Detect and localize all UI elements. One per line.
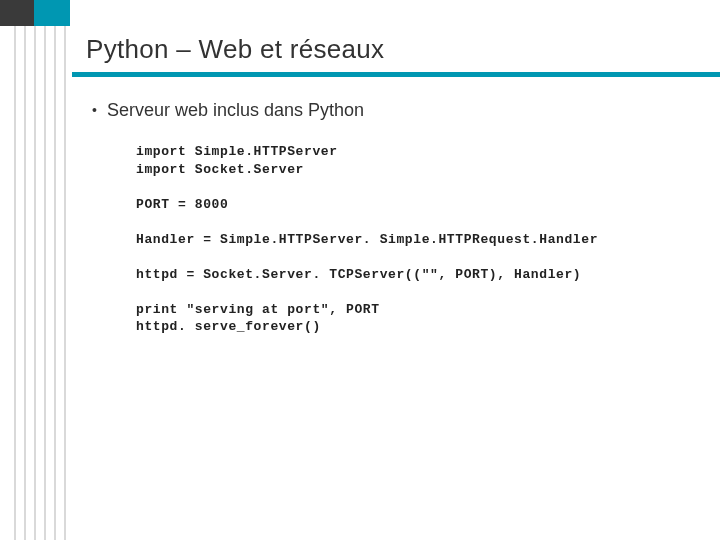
code-line: Handler = Simple.HTTPServer. Simple.HTTP… bbox=[136, 232, 598, 247]
top-teal-block bbox=[34, 0, 70, 26]
code-line: import Socket.Server bbox=[136, 162, 304, 177]
left-stripe bbox=[34, 26, 36, 540]
slide-title: Python – Web et réseaux bbox=[86, 34, 696, 75]
code-line: httpd. serve_forever() bbox=[136, 319, 321, 334]
top-dark-block bbox=[0, 0, 34, 26]
left-stripe bbox=[14, 26, 16, 540]
code-line: PORT = 8000 bbox=[136, 197, 228, 212]
bullet-dot-icon: • bbox=[92, 103, 97, 117]
left-stripe-group bbox=[0, 26, 70, 540]
title-underline bbox=[72, 72, 720, 77]
left-stripe bbox=[54, 26, 56, 540]
code-line: import Simple.HTTPServer bbox=[136, 144, 338, 159]
left-stripe bbox=[44, 26, 46, 540]
left-stripe bbox=[24, 26, 26, 540]
left-stripe bbox=[64, 26, 66, 540]
code-line: print "serving at port", PORT bbox=[136, 302, 380, 317]
top-decoration bbox=[0, 0, 70, 26]
bullet-text: Serveur web inclus dans Python bbox=[107, 100, 364, 121]
bullet-item: • Serveur web inclus dans Python bbox=[92, 100, 692, 121]
code-block: import Simple.HTTPServer import Socket.S… bbox=[136, 143, 692, 336]
slide: Python – Web et réseaux • Serveur web in… bbox=[0, 0, 720, 540]
slide-body: • Serveur web inclus dans Python import … bbox=[92, 100, 692, 336]
code-line: httpd = Socket.Server. TCPServer(("", PO… bbox=[136, 267, 581, 282]
